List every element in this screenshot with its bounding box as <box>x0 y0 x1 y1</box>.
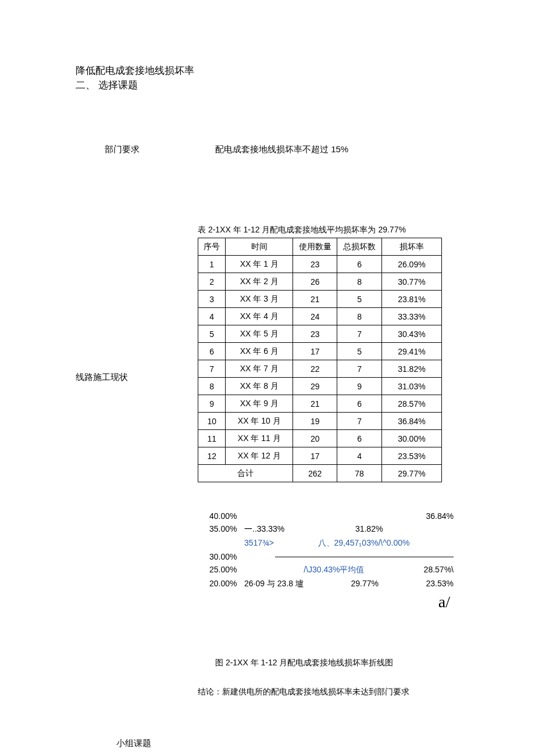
cell-bad: 6 <box>337 430 381 447</box>
cell-bad: 9 <box>337 378 381 395</box>
table-caption: 表 2-1XX 年 1-12 月配电成套接地线平均损坏率为 29.77% <box>198 225 500 235</box>
cell-bad: 8 <box>337 273 381 291</box>
total-rate: 29.77% <box>381 465 441 482</box>
cell-time: XX 年 10 月 <box>226 413 293 430</box>
cell-seq: 2 <box>198 273 226 291</box>
total-use: 262 <box>293 465 337 482</box>
cell-use: 20 <box>293 430 337 447</box>
table-row: 7XX 年 7 月22731.82% <box>198 360 442 378</box>
chart-annotation: 29.77% <box>351 579 378 589</box>
cell-time: XX 年 12 月 <box>226 447 293 465</box>
col-use-header: 使用数量 <box>293 238 337 256</box>
cell-time: XX 年 5 月 <box>226 325 293 343</box>
cell-rate: 31.82% <box>381 360 441 378</box>
conclusion-text: 结论：新建供电所的配电成套接地线损坏率未达到部门要求 <box>198 687 500 697</box>
cell-use: 21 <box>293 395 337 413</box>
cell-rate: 23.53% <box>381 447 441 465</box>
cell-seq: 12 <box>198 447 226 465</box>
cell-seq: 7 <box>198 360 226 378</box>
cell-seq: 4 <box>198 308 226 325</box>
cell-use: 22 <box>293 360 337 378</box>
table-row: 1XX 年 1 月23626.09% <box>198 256 442 273</box>
cell-time: XX 年 7 月 <box>226 360 293 378</box>
cell-use: 17 <box>293 343 337 360</box>
figure-caption: 图 2-1XX 年 1-12 月配电成套接地线损坏率折线图 <box>215 658 500 668</box>
cell-rate: 36.84% <box>381 413 441 430</box>
cell-time: XX 年 3 月 <box>226 291 293 308</box>
cell-time: XX 年 9 月 <box>226 395 293 413</box>
chart-annotation: 28.57%\ <box>424 565 454 575</box>
chart-ytick: 20.00% <box>209 579 244 589</box>
cell-seq: 5 <box>198 325 226 343</box>
cell-rate: 30.43% <box>381 325 441 343</box>
cell-use: 24 <box>293 308 337 325</box>
chart-annotation: /\J30.43%平均值 <box>304 565 364 575</box>
section-heading: 二、 选择课题 <box>76 78 500 92</box>
table-row: 2XX 年 2 月26830.77% <box>198 273 442 291</box>
cell-seq: 3 <box>198 291 226 308</box>
cell-time: XX 年 1 月 <box>226 256 293 273</box>
table-total-row: 合计 262 78 29.77% <box>198 465 442 482</box>
cell-rate: 23.81% <box>381 291 441 308</box>
chart-gridline <box>275 557 454 557</box>
cell-rate: 31.03% <box>381 378 441 395</box>
group-topic-label: 小组课题 <box>116 738 500 749</box>
cell-use: 29 <box>293 378 337 395</box>
chart-annotation: 31.82% <box>355 524 383 535</box>
cell-use: 19 <box>293 413 337 430</box>
cell-bad: 6 <box>337 256 381 273</box>
col-time-header: 时间 <box>226 238 293 256</box>
table-row: 6XX 年 6 月17529.41% <box>198 343 442 360</box>
cell-rate: 30.00% <box>381 430 441 447</box>
table-row: 3XX 年 3 月21523.81% <box>198 291 442 308</box>
dept-requirement-label: 部门要求 <box>76 144 215 155</box>
cell-rate: 29.41% <box>381 343 441 360</box>
cell-seq: 10 <box>198 413 226 430</box>
cell-bad: 7 <box>337 413 381 430</box>
cell-bad: 4 <box>337 447 381 465</box>
col-rate-header: 损坏率 <box>381 238 441 256</box>
chart-ytick: 40.00% <box>209 511 244 521</box>
status-label: 线路施工现状 <box>76 238 198 482</box>
chart-annotation: 23.53% <box>426 579 454 589</box>
cell-bad: 7 <box>337 360 381 378</box>
data-table: 序号 时间 使用数量 总损坏数 损坏率 1XX 年 1 月23626.09%2X… <box>198 238 442 482</box>
cell-use: 21 <box>293 291 337 308</box>
cell-time: XX 年 11 月 <box>226 430 293 447</box>
cell-seq: 6 <box>198 343 226 360</box>
chart-annotation: 一..33.33% <box>244 524 284 535</box>
table-row: 10XX 年 10 月19736.84% <box>198 413 442 430</box>
cell-bad: 7 <box>337 325 381 343</box>
total-label: 合计 <box>198 465 293 482</box>
chart-ytick: 25.00% <box>209 565 244 575</box>
chart-stray-text: a/ <box>209 593 450 611</box>
cell-rate: 26.09% <box>381 256 441 273</box>
col-bad-header: 总损坏数 <box>337 238 381 256</box>
dept-requirement-text: 配电成套接地线损坏率不超过 15% <box>215 144 500 155</box>
table-row: 4XX 年 4 月24833.33% <box>198 308 442 325</box>
chart-annotation: 26·09 与 23.8 壚 <box>244 579 304 589</box>
cell-bad: 5 <box>337 291 381 308</box>
cell-use: 23 <box>293 325 337 343</box>
table-row: 11XX 年 11 月20630.00% <box>198 430 442 447</box>
col-seq-header: 序号 <box>198 238 226 256</box>
table-row: 12XX 年 12 月17423.53% <box>198 447 442 465</box>
table-row: 8XX 年 8 月29931.03% <box>198 378 442 395</box>
chart-ytick: 30.00% <box>209 552 240 561</box>
chart-ytick: 35.00% <box>209 524 244 535</box>
table-header-row: 序号 时间 使用数量 总损坏数 损坏率 <box>198 238 442 256</box>
cell-bad: 6 <box>337 395 381 413</box>
cell-time: XX 年 6 月 <box>226 343 293 360</box>
page-title: 降低配电成套接地线损坏率 <box>76 64 500 77</box>
chart-annotation: 八、29,457₁03%/\^0.00% <box>318 538 410 549</box>
cell-seq: 9 <box>198 395 226 413</box>
cell-seq: 11 <box>198 430 226 447</box>
cell-use: 26 <box>293 273 337 291</box>
table-row: 9XX 年 9 月21628.57% <box>198 395 442 413</box>
cell-use: 23 <box>293 256 337 273</box>
cell-seq: 1 <box>198 256 226 273</box>
cell-bad: 8 <box>337 308 381 325</box>
chart-annotation: 3517¾> <box>244 538 274 549</box>
cell-bad: 5 <box>337 343 381 360</box>
total-bad: 78 <box>337 465 381 482</box>
